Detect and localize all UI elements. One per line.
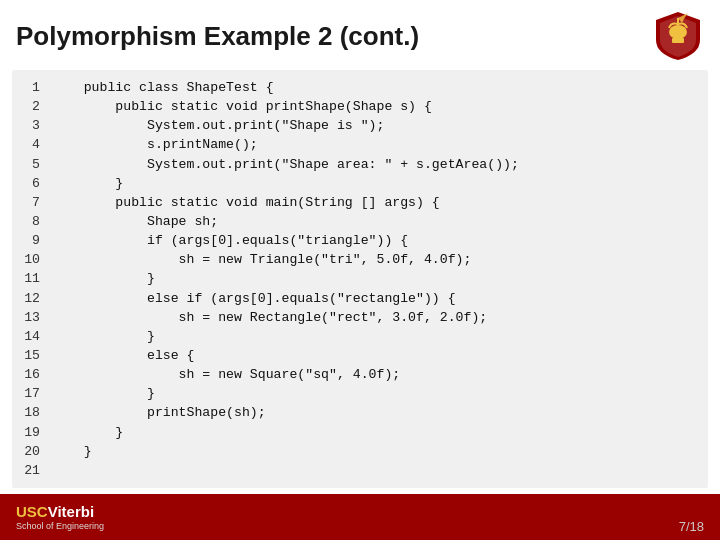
line-number: 5	[22, 155, 40, 174]
line-number: 13	[22, 308, 40, 327]
code-line: if (args[0].equals("triangle")) {	[52, 231, 708, 250]
code-line: else {	[52, 346, 708, 365]
usc-shield-logo	[652, 10, 704, 62]
page-number: 7/18	[679, 519, 704, 534]
code-line: }	[52, 423, 708, 442]
code-block: 123456789101112131415161718192021 public…	[12, 70, 708, 488]
line-numbers: 123456789101112131415161718192021	[12, 78, 46, 480]
line-number: 1	[22, 78, 40, 97]
line-number: 4	[22, 135, 40, 154]
line-number: 15	[22, 346, 40, 365]
code-text: public class ShapeTest { public static v…	[46, 78, 708, 480]
line-number: 12	[22, 289, 40, 308]
line-number: 19	[22, 423, 40, 442]
header: Polymorphism Example 2 (cont.)	[0, 0, 720, 70]
usc-viterbi-label: USCViterbi	[16, 503, 104, 520]
line-number: 14	[22, 327, 40, 346]
code-line: sh = new Rectangle("rect", 3.0f, 2.0f);	[52, 308, 708, 327]
page-title: Polymorphism Example 2 (cont.)	[16, 21, 419, 52]
line-number: 21	[22, 461, 40, 480]
code-line: public static void printShape(Shape s) {	[52, 97, 708, 116]
svg-rect-1	[672, 38, 684, 43]
code-line: else if (args[0].equals("rectangle")) {	[52, 289, 708, 308]
usc-label: USC	[16, 503, 48, 520]
line-number: 9	[22, 231, 40, 250]
svg-point-0	[669, 25, 687, 39]
line-number: 11	[22, 269, 40, 288]
footer-logo: USCViterbi School of Engineering	[16, 503, 104, 531]
code-line: }	[52, 174, 708, 193]
code-line: }	[52, 442, 708, 461]
line-number: 7	[22, 193, 40, 212]
code-line: Shape sh;	[52, 212, 708, 231]
line-number: 20	[22, 442, 40, 461]
code-line: }	[52, 269, 708, 288]
code-line: public class ShapeTest {	[52, 78, 708, 97]
code-line: s.printName();	[52, 135, 708, 154]
code-line: System.out.print("Shape is ");	[52, 116, 708, 135]
line-number: 10	[22, 250, 40, 269]
code-line: }	[52, 384, 708, 403]
line-number: 16	[22, 365, 40, 384]
line-number: 8	[22, 212, 40, 231]
code-line: printShape(sh);	[52, 403, 708, 422]
code-line: System.out.print("Shape area: " + s.getA…	[52, 155, 708, 174]
viterbi-label: Viterbi	[48, 503, 94, 520]
line-number: 18	[22, 403, 40, 422]
footer-bar: USCViterbi School of Engineering 7/18	[0, 494, 720, 540]
line-number: 17	[22, 384, 40, 403]
line-number: 3	[22, 116, 40, 135]
code-line: sh = new Square("sq", 4.0f);	[52, 365, 708, 384]
line-number: 6	[22, 174, 40, 193]
code-line: public static void main(String [] args) …	[52, 193, 708, 212]
code-line: }	[52, 327, 708, 346]
code-line: sh = new Triangle("tri", 5.0f, 4.0f);	[52, 250, 708, 269]
line-number: 2	[22, 97, 40, 116]
school-label: School of Engineering	[16, 521, 104, 531]
